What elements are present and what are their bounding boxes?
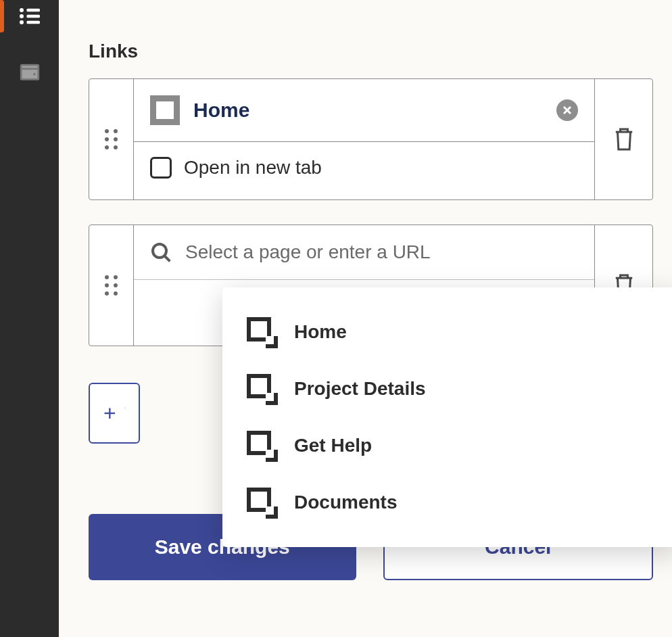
svg-rect-5: [26, 21, 40, 24]
svg-point-0: [20, 8, 24, 12]
list-icon: [18, 4, 42, 28]
dropdown-option-label: Get Help: [294, 435, 372, 456]
drag-icon: [105, 129, 118, 149]
svg-point-4: [20, 20, 24, 24]
page-icon: [150, 95, 180, 125]
page-select-field[interactable]: Home: [134, 79, 594, 142]
drag-icon: [105, 275, 118, 296]
page-dropdown: Home Project Details Get Help Documents: [222, 287, 672, 547]
checkbox-label: Open in new tab: [184, 157, 322, 179]
plus-icon: +: [103, 402, 116, 424]
sidebar-item-list[interactable]: [0, 0, 59, 32]
page-icon: [247, 317, 277, 347]
sidebar: [0, 0, 59, 637]
svg-point-8: [153, 244, 166, 258]
svg-rect-6: [21, 65, 39, 79]
dropdown-option-label: Home: [294, 321, 347, 343]
page-search-field[interactable]: Select a page or enter a URL: [134, 225, 594, 280]
page-name: Home: [193, 99, 543, 122]
drag-handle[interactable]: [89, 79, 134, 199]
sidebar-item-wallet[interactable]: [0, 55, 59, 88]
checkbox[interactable]: [150, 157, 172, 179]
add-link-button[interactable]: + Add link: [89, 383, 140, 444]
search-placeholder: Select a page or enter a URL: [185, 241, 578, 263]
sidebar-active-indicator: [0, 0, 4, 32]
search-icon: [150, 241, 172, 263]
add-link-label: Add link: [124, 392, 125, 434]
svg-point-7: [33, 73, 36, 76]
delete-column: [594, 79, 652, 199]
links-heading: Links: [89, 41, 653, 62]
close-icon: [562, 105, 572, 115]
trash-icon[interactable]: [613, 126, 635, 152]
dropdown-option-project-details[interactable]: Project Details: [222, 360, 672, 417]
open-new-tab-row[interactable]: Open in new tab: [134, 142, 594, 193]
svg-rect-3: [26, 15, 40, 18]
page-icon: [247, 431, 277, 461]
dropdown-option-label: Documents: [294, 492, 397, 513]
dropdown-option-documents[interactable]: Documents: [222, 474, 672, 531]
dropdown-option-home[interactable]: Home: [222, 304, 672, 360]
page-icon: [247, 488, 277, 517]
svg-rect-1: [26, 9, 40, 12]
clear-button[interactable]: [556, 99, 578, 121]
wallet-icon: [18, 60, 41, 83]
page-icon: [247, 374, 277, 404]
dropdown-option-label: Project Details: [294, 378, 426, 400]
dropdown-option-get-help[interactable]: Get Help: [222, 417, 672, 474]
link-content: Home Open in new tab: [134, 79, 594, 199]
drag-handle[interactable]: [89, 225, 134, 346]
main-content: Links Home Open in new tab: [59, 0, 672, 637]
svg-point-2: [20, 14, 24, 18]
link-row: Home Open in new tab: [89, 78, 653, 200]
